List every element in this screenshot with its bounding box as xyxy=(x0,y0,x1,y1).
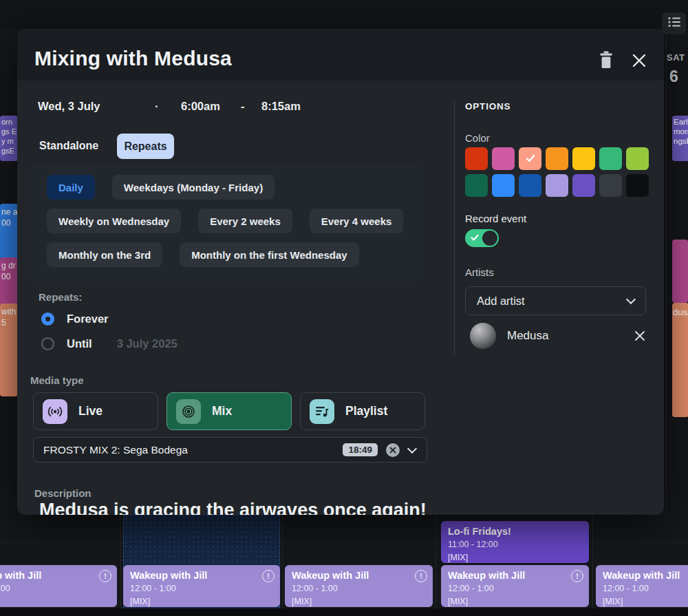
media-type-mix-button[interactable]: Mix xyxy=(166,392,292,430)
add-artist-dropdown[interactable]: Add artist xyxy=(465,286,646,315)
calendar-event-lofi[interactable]: Lo-fi Fridays! 11:00 - 12:00 [MIX] xyxy=(441,521,589,563)
warning-icon xyxy=(571,570,583,582)
delete-event-button[interactable] xyxy=(596,51,616,72)
media-type-label: Media type xyxy=(30,374,84,386)
event-fragment-left-purple[interactable]: orn gs E y m gsE xyxy=(0,116,18,161)
date-time-separator: · xyxy=(155,100,159,113)
until-date-field[interactable]: 3 July 2025 xyxy=(117,337,178,350)
day-header-date: 6 xyxy=(669,67,678,86)
event-title: Wakeup with Jill xyxy=(0,569,110,582)
event-tag: [MIX] xyxy=(292,596,426,607)
event-title: Wakeup with Jill xyxy=(292,569,426,582)
close-dialog-button[interactable] xyxy=(630,52,649,72)
repeat-option-weekdays[interactable]: Weekdays (Monday - Friday) xyxy=(112,175,275,200)
mix-select-value: FROSTY MIX 2: Sega Bodega xyxy=(43,444,343,456)
start-time-field[interactable]: 6:00am xyxy=(181,100,220,113)
chevron-down-icon xyxy=(626,295,636,304)
color-swatch[interactable] xyxy=(599,174,622,197)
check-icon xyxy=(471,234,479,242)
color-swatch[interactable] xyxy=(519,174,541,197)
calendar-event-wakeup[interactable]: Wakeup with Jill 12:00 - 1:00 [MIX] xyxy=(0,565,117,607)
mix-select[interactable]: FROSTY MIX 2: Sega Bodega 18:49 xyxy=(33,437,427,463)
color-swatch[interactable] xyxy=(492,147,515,170)
tab-standalone[interactable]: Standalone xyxy=(39,140,98,152)
calendar-event-wakeup[interactable]: Wakeup with Jill 12:00 - 1:00 [MIX] xyxy=(285,565,433,607)
artists-label: Artists xyxy=(465,266,494,278)
media-type-live-button[interactable]: Live xyxy=(33,392,158,430)
column-gridline xyxy=(120,515,121,616)
repeats-label: Repeats: xyxy=(39,291,82,303)
event-fragment-left-blue[interactable]: ne a 00 xyxy=(0,204,18,259)
forever-radio[interactable] xyxy=(41,312,54,326)
tab-repeats[interactable]: Repeats xyxy=(117,134,174,159)
check-icon xyxy=(526,153,535,165)
event-fragment-left-pink[interactable]: g dr 00 xyxy=(0,257,18,306)
record-event-label: Record event xyxy=(465,213,526,224)
color-swatch[interactable] xyxy=(599,147,622,170)
live-label: Live xyxy=(78,404,103,418)
event-time: 12:00 - 1:00 xyxy=(448,583,582,595)
list-view-button[interactable] xyxy=(662,12,686,34)
warning-icon xyxy=(99,570,111,582)
clear-mix-button[interactable] xyxy=(386,443,400,457)
record-event-toggle[interactable] xyxy=(465,229,499,247)
color-swatch[interactable] xyxy=(572,147,595,170)
end-time-field[interactable]: 8:15am xyxy=(261,100,301,113)
day-header-weekday: SAT xyxy=(667,52,685,63)
event-tag: [MIX] xyxy=(448,596,582,607)
color-palette xyxy=(465,147,652,197)
repeat-options-panel: Daily Weekdays (Monday - Friday) Weekly … xyxy=(30,164,422,282)
color-swatch[interactable] xyxy=(626,147,649,170)
event-time: 12:00 - 1:00 xyxy=(292,583,426,595)
event-title: Wakeup with Jill xyxy=(130,569,273,582)
event-fragment-right-pink[interactable] xyxy=(672,240,688,303)
color-swatch[interactable] xyxy=(626,174,649,197)
warning-icon xyxy=(415,570,427,582)
column-gridline xyxy=(436,515,436,616)
dialog-header: Mixing with Medusa xyxy=(17,29,664,81)
app-window: SAT 6 orn gs E y m gsE ne a 00 g dr 00 w… xyxy=(0,0,688,616)
color-swatch[interactable] xyxy=(465,174,488,197)
mix-icon xyxy=(176,399,201,424)
close-icon xyxy=(632,54,646,70)
calendar-event-wakeup[interactable]: Wakeup with Jill 12:00 - 1:00 [MIX] xyxy=(596,565,688,607)
color-swatch[interactable] xyxy=(492,174,515,197)
time-range-dash: - xyxy=(241,100,245,113)
event-time: 12:00 - 1:00 xyxy=(130,583,273,595)
event-title-field[interactable]: Mixing with Medusa xyxy=(34,47,232,70)
mix-label: Mix xyxy=(212,404,232,418)
color-swatch[interactable] xyxy=(572,174,595,197)
trash-icon xyxy=(599,51,614,72)
repeat-option-daily[interactable]: Daily xyxy=(47,175,95,200)
forever-label: Forever xyxy=(67,312,109,326)
description-field[interactable]: Medusa is gracing the airwaves once agai… xyxy=(39,500,452,515)
repeat-option-every-4-weeks[interactable]: Every 4 weeks xyxy=(310,209,404,233)
options-header: OPTIONS xyxy=(465,101,510,111)
repeat-option-weekly[interactable]: Weekly on Wednesday xyxy=(47,209,181,233)
repeat-option-monthly-3rd[interactable]: Monthly on the 3rd xyxy=(47,242,162,267)
calendar-event-wakeup[interactable]: Wakeup with Jill 12:00 - 1:00 [MIX] xyxy=(123,565,280,607)
repeat-option-monthly-first-wed[interactable]: Monthly on the first Wednesday xyxy=(180,242,358,267)
column-divider xyxy=(454,100,455,356)
event-date-field[interactable]: Wed, 3 July xyxy=(38,100,100,113)
event-tag: [MIX] xyxy=(448,552,582,563)
event-fragment-left-salmon[interactable]: with 5 xyxy=(0,304,18,396)
until-radio[interactable] xyxy=(41,337,54,350)
event-edit-dialog: Mixing with Medusa Wed, 3 xyxy=(17,29,664,515)
top-bar xyxy=(0,0,688,29)
event-fragment-right-salmon[interactable]: dusa xyxy=(672,303,688,417)
remove-artist-button[interactable] xyxy=(632,328,647,343)
repeat-option-every-2-weeks[interactable]: Every 2 weeks xyxy=(198,209,292,233)
media-type-playlist-button[interactable]: Playlist xyxy=(300,392,425,430)
column-gridline xyxy=(592,515,593,616)
duration-badge: 18:49 xyxy=(343,443,378,456)
color-swatch[interactable] xyxy=(465,147,488,170)
color-swatch-selected[interactable] xyxy=(519,147,541,170)
color-swatch[interactable] xyxy=(546,147,568,170)
event-time: 12:00 - 1:00 xyxy=(603,583,688,595)
bottom-strip xyxy=(0,608,688,616)
color-swatch[interactable] xyxy=(546,174,568,197)
add-artist-label: Add artist xyxy=(477,295,627,308)
event-fragment-right-purple[interactable]: Early morn ngsEa xyxy=(672,116,688,161)
calendar-event-wakeup[interactable]: Wakeup with Jill 12:00 - 1:00 [MIX] xyxy=(441,565,589,607)
